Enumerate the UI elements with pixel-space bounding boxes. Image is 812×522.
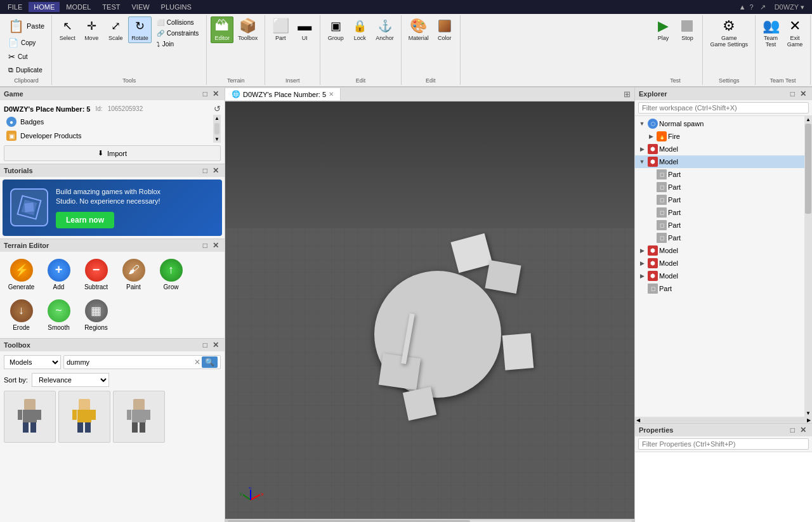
terrain-grow-button[interactable]: ↑ Grow: [154, 256, 188, 294]
viewport-hscrollbar[interactable]: [225, 519, 634, 522]
terrain-regions-button[interactable]: ▦ Regions: [79, 296, 114, 334]
select-button[interactable]: ↖ Select: [56, 16, 79, 43]
terrain-subtract-button[interactable]: − Subtract: [79, 256, 114, 294]
toolbox-item-1[interactable]: [4, 391, 56, 443]
color-button[interactable]: Color: [433, 16, 456, 43]
toolbox-category-select[interactable]: Models Decals Audio: [4, 355, 61, 369]
refresh-button[interactable]: ↺: [214, 104, 221, 114]
terrain-erode-button[interactable]: ↓ Erode: [4, 296, 39, 334]
tutorials-maximize[interactable]: □: [201, 166, 209, 175]
viewport-tab-close[interactable]: ✕: [329, 91, 334, 98]
menu-plugins[interactable]: PLUGINS: [156, 2, 197, 12]
tree-item-model-5[interactable]: ▶ ⬢ Model: [635, 270, 804, 282]
toolbox-item-2[interactable]: [58, 391, 110, 443]
rotate-button[interactable]: ↻ Rotate: [128, 16, 152, 43]
menu-file[interactable]: FILE: [3, 2, 27, 12]
tree-item-model-2[interactable]: ▼ ⬢ Model: [635, 155, 804, 168]
anchor-button[interactable]: ⚓ Anchor: [372, 16, 397, 43]
explorer-close[interactable]: ✕: [798, 89, 808, 98]
explorer-maximize[interactable]: □: [789, 89, 797, 98]
part-button[interactable]: ⬜ Part: [269, 16, 292, 43]
game-panel-close[interactable]: ✕: [211, 89, 221, 98]
tree-item-model-1[interactable]: ▶ ⬢ Model: [635, 143, 804, 155]
toolbox-search-clear[interactable]: ✕: [194, 358, 200, 367]
scroll-down[interactable]: ▼: [213, 136, 221, 143]
properties-close[interactable]: ✕: [798, 426, 808, 434]
terrain-smooth-button[interactable]: ~ Smooth: [41, 296, 76, 334]
explorer-hright[interactable]: ▶: [806, 417, 812, 423]
explorer-scroll-down[interactable]: ▼: [804, 410, 812, 417]
tree-item-part-5[interactable]: ▶ ◻ Part: [635, 219, 804, 232]
properties-filter-input[interactable]: [638, 438, 809, 450]
terrain-close[interactable]: ✕: [211, 241, 221, 250]
exit-game-button[interactable]: ✕ Exit Game: [783, 16, 806, 49]
collisions-button[interactable]: ⬜ Collisions: [154, 18, 202, 27]
expand-model-4[interactable]: ▶: [638, 259, 646, 268]
game-settings-button[interactable]: ⚙ Game Game Settings: [707, 16, 751, 49]
expand-fire[interactable]: ▶: [646, 132, 655, 141]
join-button[interactable]: ⤵ Join: [154, 39, 202, 49]
tree-item-part-6[interactable]: ▶ ◻ Part: [635, 232, 804, 244]
expand-model-3[interactable]: ▶: [638, 246, 646, 255]
tree-item-part-2[interactable]: ▶ ◻ Part: [635, 181, 804, 193]
toolbox-close[interactable]: ✕: [211, 341, 221, 349]
editor-button[interactable]: 🏔 Editor: [211, 16, 233, 43]
constraints-button[interactable]: 🔗 Constraints: [154, 29, 202, 38]
group-button[interactable]: ▣ Group: [324, 16, 347, 43]
explorer-hscrollbar[interactable]: ◀ ▶: [635, 417, 812, 423]
tree-item-fire[interactable]: ▶ 🔥 Fire: [635, 130, 804, 143]
duplicate-button[interactable]: ⧉ Duplicate: [5, 64, 46, 76]
tutorials-close[interactable]: ✕: [211, 166, 221, 175]
toolbox-button[interactable]: 📦 Toolbox: [235, 16, 261, 43]
toolbox-search-input[interactable]: [67, 358, 194, 366]
developer-products-item[interactable]: ▣ Developer Products: [4, 129, 221, 143]
game-panel-maximize[interactable]: □: [201, 89, 209, 98]
learn-now-button[interactable]: Learn now: [56, 212, 114, 228]
tree-item-part-4[interactable]: ▶ ◻ Part: [635, 206, 804, 219]
tree-item-part-3[interactable]: ▶ ◻ Part: [635, 193, 804, 206]
terrain-maximize[interactable]: □: [201, 241, 209, 250]
lock-button[interactable]: 🔒 Lock: [348, 16, 371, 43]
toolbox-maximize[interactable]: □: [201, 341, 209, 349]
menu-view[interactable]: VIEW: [126, 2, 154, 12]
explorer-hleft[interactable]: ◀: [635, 417, 641, 423]
ui-button[interactable]: ▬ UI: [293, 16, 316, 43]
expand-model-1[interactable]: ▶: [638, 145, 646, 153]
toolbox-search-button[interactable]: 🔍: [202, 356, 218, 368]
team-test-button[interactable]: 👥 Team Test: [759, 16, 782, 49]
tree-item-part-root[interactable]: ▶ ◻ Part: [635, 282, 804, 295]
scale-button[interactable]: ⤢ Scale: [104, 16, 127, 43]
toolbox-item-3[interactable]: [113, 391, 165, 443]
badges-item[interactable]: ● Badges: [4, 115, 221, 129]
material-button[interactable]: 🎨 Material: [405, 16, 432, 43]
terrain-generate-button[interactable]: ⚡ Generate: [4, 256, 39, 294]
viewport-canvas[interactable]: X Y Z: [225, 101, 634, 522]
tree-item-normal-spawn[interactable]: ▼ ⬡ Normal spawn: [635, 117, 804, 130]
explorer-scroll-up[interactable]: ▲: [804, 116, 812, 123]
tree-item-model-4[interactable]: ▶ ⬢ Model: [635, 257, 804, 270]
properties-maximize[interactable]: □: [789, 426, 797, 434]
import-button[interactable]: ⬇ Import: [4, 145, 221, 161]
paste-button[interactable]: 📋 Paste: [5, 16, 48, 36]
menu-model[interactable]: MODEL: [61, 2, 96, 12]
terrain-paint-button[interactable]: 🖌 Paint: [116, 256, 151, 294]
expand-model-2[interactable]: ▼: [638, 157, 646, 166]
tree-item-model-3[interactable]: ▶ ⬢ Model: [635, 244, 804, 257]
play-button[interactable]: ▶ Play: [652, 16, 674, 43]
copy-button[interactable]: 📄 Copy: [5, 36, 39, 49]
menu-home[interactable]: HOME: [29, 2, 60, 12]
toolbox-sort-select[interactable]: Relevance Most Visited Recently Updated: [32, 373, 109, 387]
explorer-scrollbar[interactable]: ▲ ▼: [804, 116, 812, 417]
explorer-filter-input[interactable]: [638, 102, 809, 114]
expand-model-5[interactable]: ▶: [638, 271, 646, 280]
viewport-tab-main[interactable]: 🌐 D0WZY's Place Number: 5 ✕: [225, 88, 341, 100]
menu-test[interactable]: TEST: [97, 2, 125, 12]
stop-button[interactable]: Stop: [676, 16, 698, 43]
cut-button[interactable]: ✂ Cut: [5, 50, 31, 63]
tree-item-part-1[interactable]: ▶ ◻ Part: [635, 168, 804, 181]
viewport-expand[interactable]: ⊞: [620, 89, 634, 99]
move-button[interactable]: ✛ Move: [80, 16, 103, 43]
scroll-up[interactable]: ▲: [213, 115, 221, 122]
terrain-add-button[interactable]: + Add: [41, 256, 76, 294]
expand-normal-spawn[interactable]: ▼: [638, 119, 646, 128]
